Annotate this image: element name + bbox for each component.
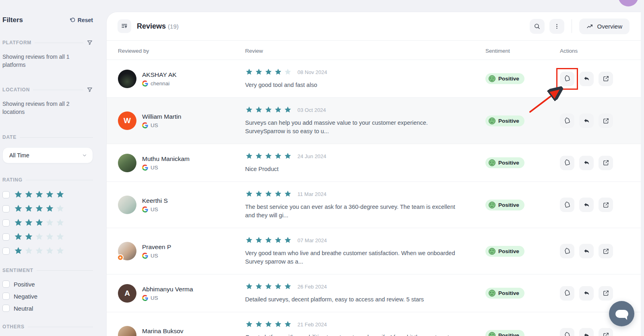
review-date: 07 Mar 2024 [297, 237, 327, 243]
star-icon [35, 218, 44, 227]
star-icon [24, 190, 33, 199]
create-ticket-button[interactable] [560, 72, 574, 86]
reply-button[interactable] [579, 328, 594, 336]
review-text: Nice Product [245, 165, 464, 173]
open-external-button[interactable] [599, 244, 613, 258]
create-ticket-button[interactable] [560, 286, 574, 301]
table-row[interactable]: Keerthi S US 11 Mar 2024 The best servic… [107, 182, 641, 228]
checkbox[interactable] [2, 280, 10, 288]
table-row[interactable]: Marina Buksov US 21 Feb 2024 Great platf… [107, 312, 641, 336]
reply-icon [583, 248, 590, 255]
external-link-icon [603, 75, 609, 82]
star-icon [45, 190, 54, 199]
external-link-icon [603, 202, 609, 208]
filters-title: Filters [2, 16, 23, 24]
rating-filter-4-stars[interactable] [2, 204, 93, 213]
star-icon [284, 190, 292, 198]
star-icon [35, 232, 44, 241]
star-icon [245, 106, 253, 114]
star-icon [45, 246, 54, 256]
google-icon [142, 295, 148, 301]
star-icon [284, 320, 292, 328]
checkbox[interactable] [2, 247, 10, 255]
rating-filter-3-stars[interactable] [2, 218, 93, 227]
table-row[interactable]: ★ Praveen P US 07 Mar 2024 Very good tea… [107, 228, 641, 274]
checkbox[interactable] [2, 233, 10, 241]
chat-widget-button[interactable] [609, 301, 634, 326]
open-external-button[interactable] [599, 286, 613, 301]
create-ticket-button[interactable] [560, 244, 574, 258]
rotate-ccw-icon [70, 17, 76, 23]
reviewer-cell: A Abhimanyu Verma US [118, 284, 245, 303]
open-external-button[interactable] [599, 156, 613, 170]
reply-button[interactable] [579, 113, 594, 128]
external-link-icon [603, 117, 609, 124]
star-icon [255, 190, 263, 198]
search-button[interactable] [530, 19, 545, 34]
star-icon [24, 218, 33, 227]
create-ticket-button[interactable] [560, 156, 574, 170]
location-filter-button[interactable] [87, 87, 93, 93]
star-icon [245, 236, 253, 244]
rating-filter-5-stars[interactable] [2, 190, 93, 199]
reset-filters-button[interactable]: Reset [70, 17, 93, 23]
table-row[interactable]: A Abhimanyu Verma US 26 Feb 2024 Detaile… [107, 274, 641, 312]
google-icon [142, 80, 148, 87]
sentiment-label: Positive [498, 76, 519, 82]
scroll-gutter[interactable] [641, 0, 644, 336]
sentiment-filter-positive[interactable]: Positive [2, 280, 93, 288]
create-ticket-button[interactable] [560, 328, 574, 336]
sentiment-filter-neutral[interactable]: Neutral [2, 305, 93, 312]
review-list-settings-button[interactable] [118, 19, 131, 33]
reviewer-cell: W William Martin US [118, 111, 245, 130]
review-cell: 11 Mar 2024 The best service you can eve… [245, 190, 485, 220]
star-icon [264, 152, 272, 160]
star-icon [284, 282, 292, 291]
review-text: Very good tool and fast also [245, 81, 464, 89]
star-icon [56, 190, 65, 199]
sentiment-cell: Positive [485, 288, 560, 299]
table-row[interactable]: W William Martin US 03 Oct 2024 Surveys … [107, 98, 641, 144]
sentiment-cell: Positive [485, 330, 560, 336]
smiley-icon [489, 248, 495, 255]
reply-button[interactable] [579, 286, 594, 301]
checkbox[interactable] [2, 219, 10, 227]
sentiment-badge: Positive [485, 115, 524, 126]
checkbox[interactable] [2, 293, 10, 300]
reviewer-location: US [151, 253, 158, 259]
reviewer-location: chennai [151, 80, 169, 87]
create-ticket-button[interactable] [560, 113, 574, 128]
tag-icon [563, 201, 571, 208]
create-ticket-button[interactable] [560, 198, 574, 212]
rating-filter-1-stars[interactable] [2, 246, 93, 256]
checkbox[interactable] [2, 305, 10, 312]
sentiment-cell: Positive [485, 115, 560, 126]
checkbox[interactable] [2, 205, 10, 212]
star-icon [264, 106, 272, 114]
platform-filter-button[interactable] [87, 39, 93, 46]
table-row[interactable]: AKSHAY AK chennai 08 Nov 2024 Very good … [107, 60, 641, 98]
checkbox[interactable] [2, 191, 10, 198]
reply-button[interactable] [579, 198, 594, 212]
date-range-select[interactable]: All Time [2, 147, 93, 163]
open-external-button[interactable] [599, 198, 613, 212]
star-icon [284, 68, 292, 76]
sentiment-filter-negative[interactable]: Negative [2, 293, 93, 300]
reply-button[interactable] [579, 244, 594, 258]
rating-filter-2-stars[interactable] [2, 232, 93, 241]
table-row[interactable]: Muthu Manickam US 24 Jun 2024 Nice Produ… [107, 144, 641, 182]
star-icon [274, 106, 282, 114]
google-icon [142, 165, 148, 171]
overview-button[interactable]: Overview [579, 19, 630, 34]
reply-icon [583, 202, 590, 208]
open-external-button[interactable] [599, 113, 613, 128]
location-summary: Showing reviews from all 2 locations [2, 100, 93, 116]
chevron-down-icon [82, 153, 87, 158]
reply-button[interactable] [579, 156, 594, 170]
reviewer-location: US [151, 295, 158, 301]
open-external-button[interactable] [599, 72, 613, 86]
reply-button[interactable] [579, 72, 594, 86]
more-options-button[interactable] [549, 19, 564, 34]
user-avatar[interactable] [618, 0, 638, 6]
open-external-button[interactable] [599, 328, 613, 336]
